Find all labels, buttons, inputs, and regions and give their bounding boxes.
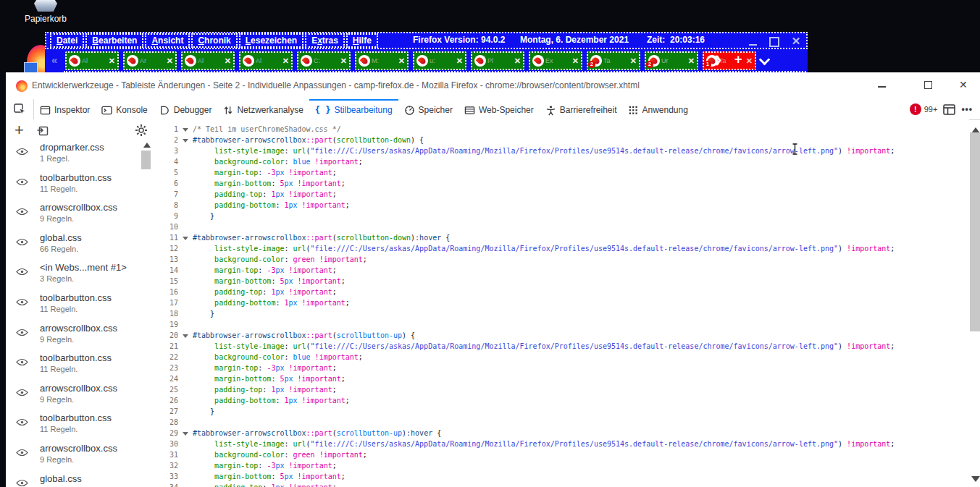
- close-button[interactable]: ✕: [959, 80, 968, 90]
- eye-visibility-icon[interactable]: [16, 356, 28, 369]
- eye-visibility-icon[interactable]: [16, 446, 28, 460]
- code-line[interactable]: 23 margin-top: -3px !important;: [161, 363, 969, 373]
- fold-arrow-icon[interactable]: [183, 139, 188, 145]
- devtools-tab-netzwerkanalyse[interactable]: Netzwerkanalyse: [217, 99, 309, 119]
- split-pane-icon[interactable]: [943, 104, 955, 115]
- css-source-editor[interactable]: 1/* Teil im userChromeShadow.css */2#tab…: [161, 119, 969, 487]
- code-line[interactable]: 15 margin-bottom: 5px !important;: [161, 276, 969, 287]
- code-line[interactable]: 16 padding-top: 1px !important;: [161, 287, 969, 297]
- devtools-tab-barrierefreiheit[interactable]: Barrierefreiheit: [540, 99, 623, 119]
- code-line[interactable]: 21 list-style-image: url("file:///C:/Use…: [161, 341, 969, 352]
- tab-close-icon[interactable]: ✕: [746, 56, 753, 66]
- tab-close-icon[interactable]: ✕: [225, 56, 231, 66]
- browser-tab-active[interactable]: 1Ta✕: [703, 51, 756, 70]
- browser-tab[interactable]: Al✕: [181, 51, 235, 70]
- code-line[interactable]: 5 margin-top: -3px !important;: [161, 167, 969, 178]
- code-line[interactable]: 33 margin-bottom: 5px !important;: [161, 471, 969, 482]
- fold-arrow-icon[interactable]: [183, 237, 188, 243]
- devtools-tab-speicher[interactable]: Speicher: [398, 99, 458, 119]
- browser-tab[interactable]: Al✕: [239, 51, 293, 70]
- menu-item-bearbeiten[interactable]: Bearbeiten: [85, 33, 143, 48]
- tab-close-icon[interactable]: ✕: [456, 56, 463, 66]
- menu-item-chronik[interactable]: Chronik: [191, 33, 237, 48]
- code-line[interactable]: 13 background-color: green !important;: [161, 254, 969, 265]
- code-line[interactable]: 27 }: [161, 406, 969, 417]
- code-line[interactable]: 10: [161, 221, 969, 232]
- code-line[interactable]: 32 margin-top: -3px !important;: [161, 460, 969, 471]
- code-line[interactable]: 29#tabbrowser-arrowscrollbox::part(scrol…: [161, 428, 969, 439]
- tab-scroll-left-button[interactable]: «: [51, 54, 57, 66]
- minimize-button[interactable]: [745, 35, 761, 47]
- tab-close-icon[interactable]: ✕: [109, 56, 115, 66]
- menu-item-lesezeichen[interactable]: Lesezeichen: [239, 33, 303, 48]
- menu-item-ansicht[interactable]: Ansicht: [145, 33, 190, 48]
- code-line[interactable]: 11#tabbrowser-arrowscrollbox::part(scrol…: [161, 232, 969, 243]
- code-line[interactable]: 17 padding-bottom: 1px !important;: [161, 297, 969, 308]
- eye-visibility-icon[interactable]: [16, 145, 28, 158]
- code-line[interactable]: 26 padding-bottom: 1px !important;: [161, 395, 969, 406]
- code-line[interactable]: 24 margin-bottom: 5px !important;: [161, 373, 969, 384]
- browser-tab[interactable]: Ar✕: [123, 51, 177, 70]
- code-line[interactable]: 1/* Teil im userChromeShadow.css */: [161, 124, 969, 135]
- minimize-button[interactable]: [878, 80, 887, 90]
- eye-visibility-icon[interactable]: [16, 416, 28, 429]
- eye-visibility-icon[interactable]: [16, 386, 28, 399]
- error-badge-icon[interactable]: !: [910, 103, 921, 115]
- browser-tab[interactable]: 2Ta✕: [587, 51, 640, 70]
- code-line[interactable]: 3 list-style-image: url("file:///C:/User…: [161, 145, 969, 156]
- gear-icon[interactable]: [135, 124, 148, 140]
- code-line[interactable]: 4 background-color: blue !important;: [161, 156, 969, 167]
- menu-item-extras[interactable]: Extras: [305, 33, 345, 48]
- devtools-tab-debugger[interactable]: Debugger: [154, 99, 218, 119]
- menu-item-datei[interactable]: Datei: [50, 33, 84, 48]
- eye-visibility-icon[interactable]: [16, 266, 28, 279]
- code-line[interactable]: 22 background-color: blue !important;: [161, 352, 969, 363]
- code-line[interactable]: 30 list-style-image: url("file:///C:/Use…: [161, 439, 969, 449]
- eye-visibility-icon[interactable]: [16, 236, 28, 249]
- eye-visibility-icon[interactable]: [16, 326, 28, 339]
- tab-close-icon[interactable]: ✕: [688, 56, 695, 66]
- tab-close-icon[interactable]: ✕: [282, 56, 289, 66]
- editor-scrollbar-thumb[interactable]: [970, 132, 980, 331]
- code-line[interactable]: 28: [161, 417, 969, 428]
- browser-tab[interactable]: 2Ur✕: [645, 51, 698, 70]
- import-stylesheet-button[interactable]: [36, 124, 49, 140]
- code-line[interactable]: 34 padding-top: 1px !important;: [161, 482, 969, 487]
- recycle-bin-icon[interactable]: [34, 0, 57, 12]
- new-tab-button[interactable]: +: [734, 52, 742, 67]
- fold-arrow-icon[interactable]: [183, 432, 188, 439]
- tab-scroll-right-button[interactable]: ❯: [714, 54, 722, 65]
- meatball-menu-icon[interactable]: •••: [961, 104, 973, 114]
- code-line[interactable]: 20#tabbrowser-arrowscrollbox::part(scrol…: [161, 330, 969, 341]
- code-line[interactable]: 12 list-style-image: url("file:///C:/Use…: [161, 243, 969, 254]
- code-line[interactable]: 7 padding-top: 1px !important;: [161, 189, 969, 200]
- devtools-tab-web-speicher[interactable]: Web-Speicher: [458, 99, 540, 119]
- code-line[interactable]: 6 margin-bottom: 5px !important;: [161, 178, 969, 189]
- tab-close-icon[interactable]: ✕: [514, 56, 521, 66]
- code-line[interactable]: 2#tabbrowser-arrowscrollbox::part(scroll…: [161, 135, 969, 145]
- browser-tab[interactable]: Pl✕: [471, 51, 524, 70]
- browser-tab[interactable]: u:✕: [413, 51, 466, 70]
- tab-close-icon[interactable]: ✕: [398, 56, 405, 66]
- devtools-tab-konsole[interactable]: Konsole: [96, 99, 153, 119]
- maximize-button[interactable]: [766, 35, 782, 47]
- devtools-tab-anwendung[interactable]: Anwendung: [622, 99, 693, 119]
- eye-visibility-icon[interactable]: [16, 206, 28, 219]
- fold-arrow-icon[interactable]: [183, 128, 188, 135]
- tab-close-icon[interactable]: ✕: [340, 56, 347, 66]
- maximize-button[interactable]: [924, 80, 932, 89]
- editor-scroll-down-arrow[interactable]: [971, 476, 980, 486]
- browser-tab[interactable]: Al✕: [65, 51, 119, 70]
- tab-close-icon[interactable]: ✕: [630, 56, 637, 66]
- close-button[interactable]: ✕: [788, 35, 804, 47]
- menu-item-hilfe[interactable]: Hilfe: [346, 33, 378, 48]
- devtools-tab-stilbearbeitung[interactable]: { }Stilbearbeitung: [309, 99, 398, 119]
- code-line[interactable]: 9 }: [161, 211, 969, 221]
- element-picker-button[interactable]: [6, 99, 34, 119]
- code-line[interactable]: 14 margin-top: -3px !important;: [161, 265, 969, 276]
- code-line[interactable]: 18 }: [161, 308, 969, 319]
- eye-visibility-icon[interactable]: [16, 176, 28, 189]
- code-line[interactable]: 25 padding-top: 1px !important;: [161, 384, 969, 395]
- eye-visibility-icon[interactable]: [16, 477, 28, 487]
- sidebar-scroll-up-arrow[interactable]: [143, 139, 151, 148]
